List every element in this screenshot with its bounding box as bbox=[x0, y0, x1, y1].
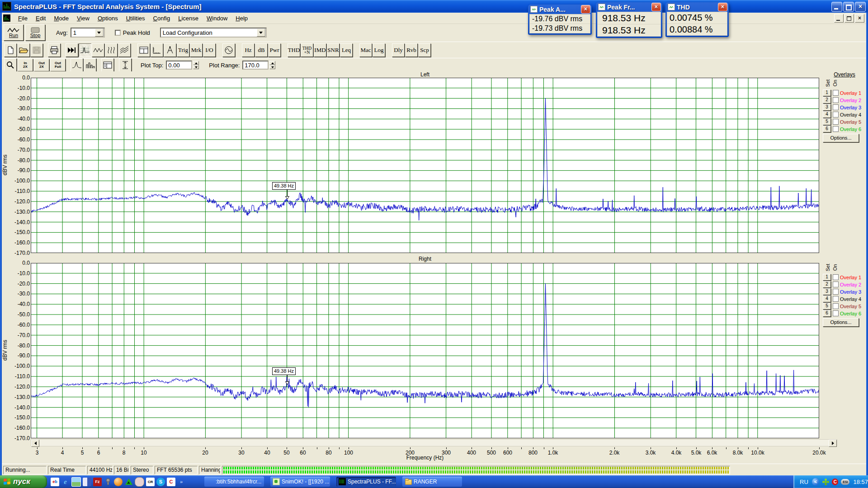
menu-item-edit[interactable]: Edit bbox=[32, 14, 50, 23]
toolbar-button-mrk[interactable]: Mrk bbox=[190, 43, 203, 57]
menu-item-license[interactable]: License bbox=[174, 14, 203, 23]
overlay-on-checkbox-1[interactable] bbox=[833, 274, 839, 280]
toolbar-button-dly[interactable]: Dly bbox=[392, 43, 405, 57]
overlay-on-checkbox-1[interactable] bbox=[833, 90, 839, 96]
title-bar[interactable]: SpectraPLUS - FFT Spectral Analysis Syst… bbox=[0, 0, 868, 13]
panel-layout-button[interactable] bbox=[137, 43, 150, 57]
peak-hold-checkbox[interactable] bbox=[115, 30, 121, 36]
taskbar-task-spectraplus[interactable]: SpectraPLUS - FF... bbox=[336, 477, 396, 487]
peak-frequency-titlebar[interactable]: Peak Fr... × bbox=[597, 2, 661, 12]
frequency-scrollbar[interactable] bbox=[31, 439, 837, 446]
overlay-on-checkbox-4[interactable] bbox=[833, 296, 839, 302]
marker-label[interactable]: 49.38 Hz bbox=[272, 182, 296, 190]
esi-tray-icon[interactable]: ESI bbox=[841, 479, 849, 485]
peak-display-button[interactable] bbox=[71, 58, 83, 72]
toolbar-button-imd[interactable]: IMD bbox=[314, 43, 326, 57]
overlay-on-checkbox-6[interactable] bbox=[833, 310, 839, 316]
avz-icon[interactable]: A bbox=[124, 478, 133, 486]
maximize-button[interactable] bbox=[843, 2, 854, 12]
clock[interactable]: 18:57 bbox=[853, 479, 868, 485]
thd-window[interactable]: THD × 0.00745 % 0.00884 % bbox=[665, 2, 729, 37]
toolbar-button-leq[interactable]: Leq bbox=[340, 43, 353, 57]
mdi-minimize-button[interactable] bbox=[834, 14, 844, 23]
overlay-on-checkbox-2[interactable] bbox=[833, 97, 839, 103]
zoom-out-full-button[interactable]: Out Full bbox=[50, 59, 66, 71]
overlay-set-button-3[interactable]: 3 bbox=[823, 104, 831, 111]
zoom-tool-button[interactable] bbox=[4, 58, 17, 72]
orange-ball-icon[interactable] bbox=[114, 478, 123, 486]
overlay-on-checkbox-2[interactable] bbox=[833, 282, 839, 287]
plot-range-input[interactable]: 170.0 bbox=[242, 61, 269, 70]
image-viewer-icon[interactable] bbox=[71, 477, 81, 487]
toolbar-button-pwr[interactable]: Pwr bbox=[268, 43, 281, 57]
close-icon[interactable]: × bbox=[651, 3, 661, 11]
icq-flower-icon[interactable] bbox=[822, 479, 828, 485]
avg-dropdown-arrow[interactable] bbox=[95, 28, 104, 37]
marker-label[interactable]: 49.38 Hz bbox=[272, 367, 296, 375]
toolbar-button-log[interactable]: Log bbox=[373, 43, 385, 57]
overlay-set-button-4[interactable]: 4 bbox=[823, 296, 831, 302]
toolbar-button-hz[interactable]: Hz bbox=[242, 43, 255, 57]
waveform-view-button[interactable] bbox=[92, 43, 104, 57]
mdi-close-button[interactable]: × bbox=[855, 14, 864, 23]
menu-item-view[interactable]: View bbox=[73, 14, 94, 23]
zoom-out-2x-button[interactable]: Out 2X bbox=[34, 59, 49, 71]
stop-button[interactable]: Stop bbox=[25, 24, 45, 41]
close-icon[interactable]: × bbox=[718, 3, 727, 11]
toolbar-button-thd[interactable]: THD bbox=[288, 43, 300, 57]
overlay-on-checkbox-6[interactable] bbox=[833, 126, 839, 132]
configuration-dropdown-arrow[interactable] bbox=[257, 28, 265, 37]
vertical-range-button[interactable] bbox=[119, 58, 132, 72]
toolbar-button-rvb[interactable]: Rvb bbox=[405, 43, 418, 57]
toolbar-button-thd+n[interactable]: THD +N bbox=[301, 43, 313, 57]
configuration-select[interactable]: Load Configuration bbox=[160, 28, 267, 38]
surface-view-button[interactable] bbox=[118, 43, 131, 57]
mdi-restore-button[interactable] bbox=[844, 14, 854, 23]
toolbar-button-mac[interactable]: Mac bbox=[359, 43, 372, 57]
scroll-left-button[interactable] bbox=[31, 440, 39, 447]
start-button[interactable]: пуск bbox=[0, 475, 47, 488]
new-file-button[interactable] bbox=[4, 43, 17, 57]
scroll-right-button[interactable] bbox=[829, 440, 837, 447]
commander-icon[interactable] bbox=[83, 478, 91, 486]
menu-item-utilities[interactable]: Utilities bbox=[122, 14, 149, 23]
thd-titlebar[interactable]: THD × bbox=[667, 2, 727, 12]
overlay-on-checkbox-3[interactable] bbox=[833, 104, 839, 110]
overlay-set-button-1[interactable]: 1 bbox=[823, 89, 831, 96]
minimize-button[interactable] bbox=[831, 2, 842, 12]
overlays-options-button[interactable]: Options... bbox=[823, 318, 859, 327]
signal-generator-button[interactable] bbox=[222, 43, 235, 57]
taskbar-task-snimok[interactable]: SnimOK! - [[1920 ... bbox=[270, 477, 330, 487]
taskbar-task-folder[interactable]: RANGER bbox=[402, 477, 462, 487]
bar-display-button[interactable] bbox=[84, 58, 96, 72]
menu-item-file[interactable]: File bbox=[14, 14, 32, 23]
overlay-set-button-4[interactable]: 4 bbox=[823, 111, 831, 118]
close-button[interactable]: × bbox=[855, 2, 866, 12]
toolbar-button-io[interactable]: I/O bbox=[203, 43, 216, 57]
hide-icons-chevron[interactable]: < bbox=[812, 478, 819, 486]
filezilla-icon[interactable]: Fz bbox=[93, 478, 102, 486]
left-spectrum-plot[interactable] bbox=[31, 78, 819, 253]
menu-item-config[interactable]: Config bbox=[149, 14, 175, 23]
quick-launch-overflow-chevron[interactable]: » bbox=[180, 479, 183, 484]
toolbar-button-db[interactable]: dB bbox=[255, 43, 268, 57]
menu-item-mode[interactable]: Mode bbox=[50, 14, 73, 23]
taskbar-task-firefox[interactable]: :btih:5bhhavl4frcr... bbox=[204, 477, 264, 487]
comodo-icon[interactable]: C bbox=[167, 478, 175, 486]
menu-item-help[interactable]: Help bbox=[231, 14, 252, 23]
plot-top-input[interactable]: 0.00 bbox=[166, 61, 192, 70]
scale-button[interactable] bbox=[151, 43, 163, 57]
overlay-on-checkbox-5[interactable] bbox=[833, 303, 839, 309]
plot-range-spinner[interactable] bbox=[269, 61, 275, 69]
open-file-button[interactable] bbox=[17, 43, 30, 57]
toolbar-button-trig[interactable]: Trig bbox=[177, 43, 189, 57]
overlay-set-button-5[interactable]: 5 bbox=[823, 303, 831, 310]
language-indicator[interactable]: RU bbox=[800, 479, 808, 485]
avg-select[interactable]: 1 bbox=[71, 28, 105, 38]
overlay-set-button-5[interactable]: 5 bbox=[823, 118, 831, 125]
comodo-tray-icon[interactable]: C bbox=[832, 479, 838, 485]
run-button[interactable]: Run bbox=[4, 24, 24, 41]
calibration-button[interactable] bbox=[164, 43, 176, 57]
overlay-set-button-6[interactable]: 6 bbox=[823, 126, 831, 132]
toolbar-button-scp[interactable]: Scp bbox=[418, 43, 431, 57]
